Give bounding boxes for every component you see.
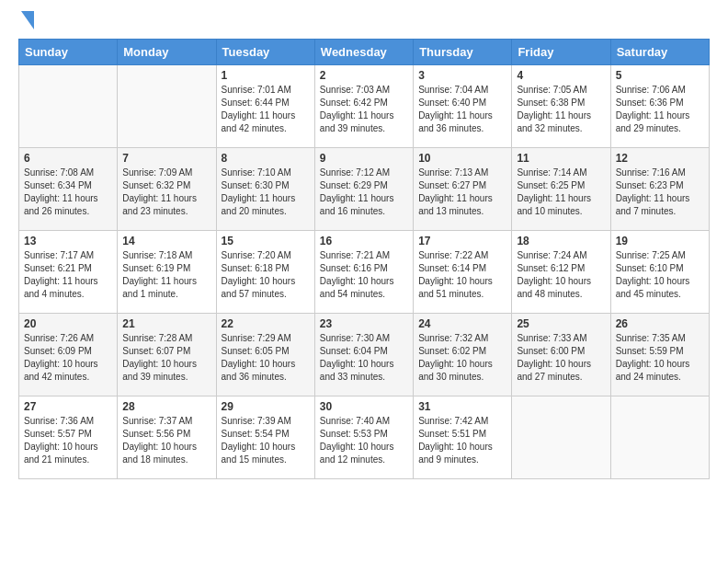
logo-triangle-icon xyxy=(21,11,34,29)
day-info: Sunrise: 7:21 AM Sunset: 6:16 PM Dayligh… xyxy=(320,249,408,301)
day-number: 25 xyxy=(517,317,605,330)
calendar-cell: 16Sunrise: 7:21 AM Sunset: 6:16 PM Dayli… xyxy=(314,231,413,314)
day-info: Sunrise: 7:17 AM Sunset: 6:21 PM Dayligh… xyxy=(24,249,112,301)
day-number: 20 xyxy=(24,317,112,330)
week-row-4: 20Sunrise: 7:26 AM Sunset: 6:09 PM Dayli… xyxy=(19,314,710,396)
day-info: Sunrise: 7:33 AM Sunset: 6:00 PM Dayligh… xyxy=(517,332,605,384)
calendar-cell: 19Sunrise: 7:25 AM Sunset: 6:10 PM Dayli… xyxy=(610,231,709,314)
week-row-2: 6Sunrise: 7:08 AM Sunset: 6:34 PM Daylig… xyxy=(19,148,710,231)
calendar-cell: 22Sunrise: 7:29 AM Sunset: 6:05 PM Dayli… xyxy=(216,314,314,396)
day-info: Sunrise: 7:40 AM Sunset: 5:53 PM Dayligh… xyxy=(320,415,408,466)
day-number: 14 xyxy=(122,235,210,247)
calendar-cell xyxy=(118,65,216,148)
calendar-table: SundayMondayTuesdayWednesdayThursdayFrid… xyxy=(18,39,710,479)
day-number: 27 xyxy=(24,400,112,413)
calendar-cell xyxy=(512,396,610,479)
day-number: 8 xyxy=(222,152,310,165)
day-info: Sunrise: 7:13 AM Sunset: 6:27 PM Dayligh… xyxy=(418,167,506,218)
day-number: 17 xyxy=(418,235,506,247)
day-info: Sunrise: 7:03 AM Sunset: 6:42 PM Dayligh… xyxy=(320,84,408,135)
day-info: Sunrise: 7:14 AM Sunset: 6:25 PM Dayligh… xyxy=(517,167,605,218)
calendar-cell: 4Sunrise: 7:05 AM Sunset: 6:38 PM Daylig… xyxy=(512,65,610,148)
day-info: Sunrise: 7:08 AM Sunset: 6:34 PM Dayligh… xyxy=(24,167,112,218)
day-number: 22 xyxy=(222,317,310,330)
header-day-tuesday: Tuesday xyxy=(216,40,314,65)
day-number: 10 xyxy=(418,152,506,165)
calendar-cell: 12Sunrise: 7:16 AM Sunset: 6:23 PM Dayli… xyxy=(610,148,709,231)
header-day-saturday: Saturday xyxy=(610,40,709,65)
day-number: 1 xyxy=(222,69,310,82)
day-number: 6 xyxy=(24,152,112,165)
day-info: Sunrise: 7:39 AM Sunset: 5:54 PM Dayligh… xyxy=(222,415,310,466)
day-info: Sunrise: 7:16 AM Sunset: 6:23 PM Dayligh… xyxy=(616,167,704,218)
day-info: Sunrise: 7:06 AM Sunset: 6:36 PM Dayligh… xyxy=(616,84,704,135)
calendar-cell: 8Sunrise: 7:10 AM Sunset: 6:30 PM Daylig… xyxy=(216,148,314,231)
day-number: 19 xyxy=(616,235,704,247)
day-info: Sunrise: 7:01 AM Sunset: 6:44 PM Dayligh… xyxy=(222,84,310,135)
day-info: Sunrise: 7:20 AM Sunset: 6:18 PM Dayligh… xyxy=(222,249,310,301)
day-info: Sunrise: 7:35 AM Sunset: 5:59 PM Dayligh… xyxy=(616,332,704,384)
header-day-thursday: Thursday xyxy=(414,40,512,65)
day-info: Sunrise: 7:30 AM Sunset: 6:04 PM Dayligh… xyxy=(320,332,408,384)
calendar-cell: 21Sunrise: 7:28 AM Sunset: 6:07 PM Dayli… xyxy=(118,314,216,396)
header-day-friday: Friday xyxy=(512,40,610,65)
day-info: Sunrise: 7:18 AM Sunset: 6:19 PM Dayligh… xyxy=(122,249,210,301)
calendar-cell: 18Sunrise: 7:24 AM Sunset: 6:12 PM Dayli… xyxy=(512,231,610,314)
logo xyxy=(18,15,34,29)
calendar-cell: 17Sunrise: 7:22 AM Sunset: 6:14 PM Dayli… xyxy=(414,231,512,314)
calendar-cell: 2Sunrise: 7:03 AM Sunset: 6:42 PM Daylig… xyxy=(314,65,413,148)
day-number: 3 xyxy=(418,69,506,82)
day-number: 11 xyxy=(517,152,605,165)
header-row: SundayMondayTuesdayWednesdayThursdayFrid… xyxy=(19,40,710,65)
day-number: 13 xyxy=(24,235,112,247)
day-number: 12 xyxy=(616,152,704,165)
day-info: Sunrise: 7:12 AM Sunset: 6:29 PM Dayligh… xyxy=(320,167,408,218)
calendar-cell: 13Sunrise: 7:17 AM Sunset: 6:21 PM Dayli… xyxy=(19,231,118,314)
day-info: Sunrise: 7:09 AM Sunset: 6:32 PM Dayligh… xyxy=(122,167,210,218)
day-info: Sunrise: 7:26 AM Sunset: 6:09 PM Dayligh… xyxy=(24,332,112,384)
day-info: Sunrise: 7:05 AM Sunset: 6:38 PM Dayligh… xyxy=(517,84,605,135)
week-row-3: 13Sunrise: 7:17 AM Sunset: 6:21 PM Dayli… xyxy=(19,231,710,314)
calendar-cell: 11Sunrise: 7:14 AM Sunset: 6:25 PM Dayli… xyxy=(512,148,610,231)
calendar-cell xyxy=(610,396,709,479)
day-info: Sunrise: 7:37 AM Sunset: 5:56 PM Dayligh… xyxy=(122,415,210,466)
day-number: 15 xyxy=(222,235,310,247)
day-info: Sunrise: 7:32 AM Sunset: 6:02 PM Dayligh… xyxy=(418,332,506,384)
day-number: 30 xyxy=(320,400,408,413)
day-number: 9 xyxy=(320,152,408,165)
calendar-cell: 25Sunrise: 7:33 AM Sunset: 6:00 PM Dayli… xyxy=(512,314,610,396)
day-number: 21 xyxy=(122,317,210,330)
header-day-monday: Monday xyxy=(118,40,216,65)
day-number: 29 xyxy=(222,400,310,413)
header-day-sunday: Sunday xyxy=(19,40,118,65)
calendar-cell: 1Sunrise: 7:01 AM Sunset: 6:44 PM Daylig… xyxy=(216,65,314,148)
page-header xyxy=(18,15,710,29)
week-row-5: 27Sunrise: 7:36 AM Sunset: 5:57 PM Dayli… xyxy=(19,396,710,479)
day-info: Sunrise: 7:04 AM Sunset: 6:40 PM Dayligh… xyxy=(418,84,506,135)
day-number: 5 xyxy=(616,69,704,82)
day-info: Sunrise: 7:28 AM Sunset: 6:07 PM Dayligh… xyxy=(122,332,210,384)
calendar-cell: 14Sunrise: 7:18 AM Sunset: 6:19 PM Dayli… xyxy=(118,231,216,314)
calendar-cell: 30Sunrise: 7:40 AM Sunset: 5:53 PM Dayli… xyxy=(314,396,413,479)
day-number: 18 xyxy=(517,235,605,247)
day-info: Sunrise: 7:42 AM Sunset: 5:51 PM Dayligh… xyxy=(418,415,506,466)
day-info: Sunrise: 7:22 AM Sunset: 6:14 PM Dayligh… xyxy=(418,249,506,301)
day-info: Sunrise: 7:10 AM Sunset: 6:30 PM Dayligh… xyxy=(222,167,310,218)
day-number: 2 xyxy=(320,69,408,82)
day-number: 16 xyxy=(320,235,408,247)
day-info: Sunrise: 7:24 AM Sunset: 6:12 PM Dayligh… xyxy=(517,249,605,301)
day-number: 24 xyxy=(418,317,506,330)
calendar-cell: 15Sunrise: 7:20 AM Sunset: 6:18 PM Dayli… xyxy=(216,231,314,314)
day-number: 31 xyxy=(418,400,506,413)
calendar-cell: 3Sunrise: 7:04 AM Sunset: 6:40 PM Daylig… xyxy=(414,65,512,148)
calendar-cell: 20Sunrise: 7:26 AM Sunset: 6:09 PM Dayli… xyxy=(19,314,118,396)
day-number: 7 xyxy=(122,152,210,165)
day-info: Sunrise: 7:25 AM Sunset: 6:10 PM Dayligh… xyxy=(616,249,704,301)
week-row-1: 1Sunrise: 7:01 AM Sunset: 6:44 PM Daylig… xyxy=(19,65,710,148)
calendar-cell: 9Sunrise: 7:12 AM Sunset: 6:29 PM Daylig… xyxy=(314,148,413,231)
calendar-cell: 29Sunrise: 7:39 AM Sunset: 5:54 PM Dayli… xyxy=(216,396,314,479)
day-number: 28 xyxy=(122,400,210,413)
day-info: Sunrise: 7:36 AM Sunset: 5:57 PM Dayligh… xyxy=(24,415,112,466)
calendar-cell: 6Sunrise: 7:08 AM Sunset: 6:34 PM Daylig… xyxy=(19,148,118,231)
day-info: Sunrise: 7:29 AM Sunset: 6:05 PM Dayligh… xyxy=(222,332,310,384)
